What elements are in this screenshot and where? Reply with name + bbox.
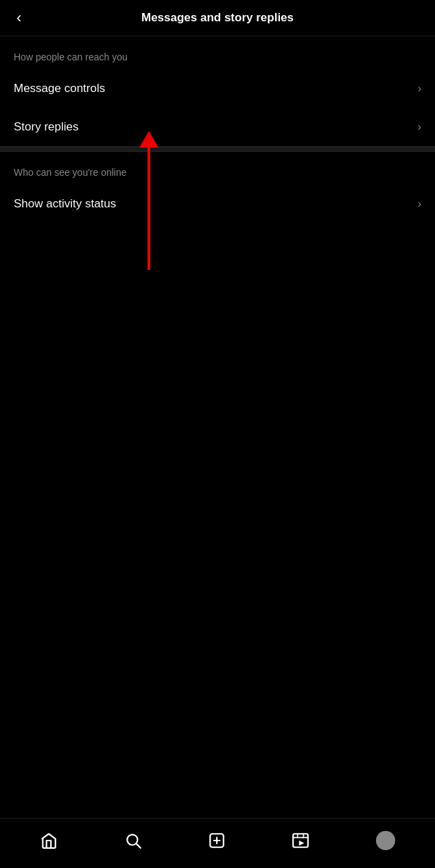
story-replies-label: Story replies — [14, 120, 78, 134]
back-icon: ‹ — [16, 10, 21, 25]
back-button[interactable]: ‹ — [14, 8, 24, 28]
nav-item-reels[interactable] — [283, 827, 318, 854]
section-label-online: Who can see you're online — [0, 152, 435, 185]
home-icon — [40, 832, 58, 849]
nav-item-profile[interactable] — [368, 827, 403, 854]
chevron-icon-message-controls: › — [418, 82, 421, 95]
svg-marker-9 — [299, 841, 305, 846]
content-area: How people can reach you Message control… — [0, 36, 435, 278]
section-divider — [0, 146, 435, 152]
chevron-icon-activity-status: › — [418, 198, 421, 210]
section-label-reach: How people can reach you — [0, 36, 435, 69]
activity-status-label: Show activity status — [14, 197, 116, 211]
menu-item-activity-status[interactable]: Show activity status › — [0, 185, 435, 223]
nav-item-create[interactable] — [200, 827, 234, 854]
page-title: Messages and story replies — [141, 11, 294, 25]
message-controls-label: Message controls — [14, 82, 105, 95]
create-icon — [208, 832, 226, 849]
profile-avatar — [376, 831, 395, 850]
nav-item-home[interactable] — [32, 827, 66, 854]
menu-item-message-controls[interactable]: Message controls › — [0, 69, 435, 108]
reels-icon — [292, 832, 309, 849]
page-header: ‹ Messages and story replies — [0, 0, 435, 36]
menu-item-story-replies[interactable]: Story replies › — [0, 108, 435, 146]
chevron-icon-story-replies: › — [418, 121, 421, 133]
svg-rect-5 — [294, 834, 309, 847]
search-icon — [124, 832, 142, 849]
bottom-nav — [0, 818, 435, 868]
svg-line-1 — [136, 844, 140, 848]
nav-item-search[interactable] — [116, 827, 150, 854]
